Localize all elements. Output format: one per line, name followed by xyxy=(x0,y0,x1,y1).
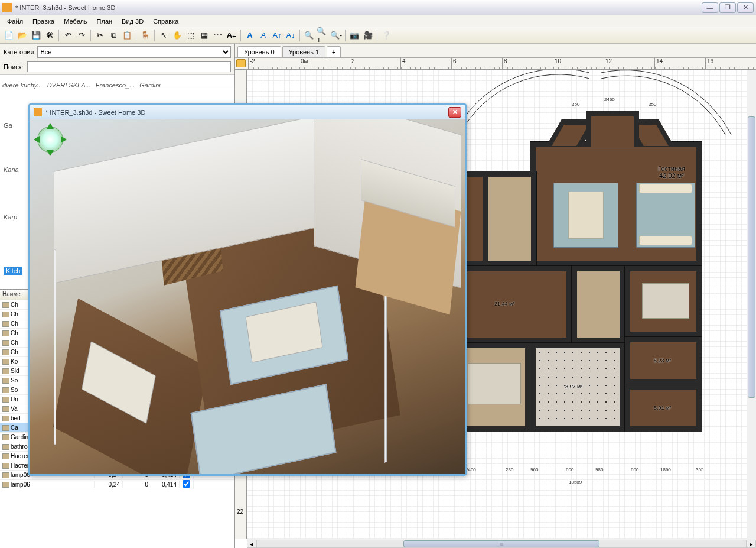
scrollbar-thumb[interactable]: III xyxy=(403,540,599,547)
3d-viewport[interactable] xyxy=(30,119,465,474)
ruler-tick: 4 xyxy=(400,58,451,69)
3d-nav-pad[interactable] xyxy=(34,123,67,156)
create-polyline-icon[interactable]: 〰 xyxy=(211,29,224,42)
3d-view-window[interactable]: * INTER_3.sh3d - Sweet Home 3D ✕ xyxy=(28,103,467,476)
sofa-bottom xyxy=(639,236,692,245)
room-5m[interactable]: 5,23 м² xyxy=(625,337,702,384)
text-italic-icon[interactable]: A xyxy=(257,29,270,42)
separator xyxy=(240,30,241,41)
minimize-button[interactable]: — xyxy=(702,2,718,13)
zoom-in-icon[interactable]: 🔍+ xyxy=(316,29,329,42)
select-icon[interactable]: ↖ xyxy=(157,29,170,42)
prefs-icon[interactable]: 🛠 xyxy=(43,29,56,42)
vertical-scrollbar[interactable] xyxy=(747,70,756,539)
menu-plan[interactable]: План xyxy=(92,17,118,26)
catalog-category-row: Категория Все xyxy=(0,44,234,60)
floorplan: Гостиная 42,02 м² xyxy=(454,95,708,449)
dim-label: 600 xyxy=(566,467,573,472)
ruler-tick: 8 xyxy=(502,58,553,69)
copy-icon[interactable]: ⧉ xyxy=(107,29,120,42)
room-21m[interactable]: 21,44 м² xyxy=(454,266,572,343)
help-icon[interactable]: ❔ xyxy=(380,29,393,42)
catalog-item[interactable]: Kana xyxy=(4,166,19,173)
room-hall[interactable] xyxy=(572,266,625,343)
menu-view3d[interactable]: Вид 3D xyxy=(117,17,148,26)
menu-help[interactable]: Справка xyxy=(148,17,183,26)
3d-titlebar[interactable]: * INTER_3.sh3d - Sweet Home 3D ✕ xyxy=(30,105,465,119)
create-walls-icon[interactable]: ⬚ xyxy=(184,29,197,42)
paste-icon[interactable]: 📋 xyxy=(120,29,133,42)
catalog-search-row: Поиск: xyxy=(0,60,234,74)
dining-table xyxy=(568,192,604,239)
table-row[interactable]: lamp060,2400,414 xyxy=(0,480,234,489)
level-tab-0[interactable]: Уровень 0 xyxy=(237,46,281,57)
room-bath[interactable]: 8,97 м² xyxy=(530,343,625,432)
scroll-right-icon[interactable]: ▸ xyxy=(747,540,756,548)
catalog-item-selected[interactable]: Kitch xyxy=(4,267,22,275)
search-input[interactable] xyxy=(27,61,231,72)
close-button[interactable]: ✕ xyxy=(737,2,754,13)
scrollbar-thumb[interactable] xyxy=(748,116,755,398)
text-dec-icon[interactable]: A↓ xyxy=(284,29,297,42)
scroll-left-icon[interactable]: ◂ xyxy=(247,540,256,548)
catalog-item[interactable]: Ga xyxy=(4,122,12,129)
catalog-tabs: dvere kuchy... DVERI SKLA... Francesco_.… xyxy=(0,74,234,89)
menu-edit[interactable]: Правка xyxy=(28,17,59,26)
window-title: * INTER_3.sh3d - Sweet Home 3D xyxy=(15,4,702,11)
ruler-tick: 0м xyxy=(299,58,350,69)
new-icon[interactable]: 📄 xyxy=(2,29,15,42)
bed-2 xyxy=(468,363,521,404)
ruler-tick: 12 xyxy=(604,58,654,69)
create-video-icon[interactable]: 🎥 xyxy=(361,29,374,42)
visible-checkbox[interactable] xyxy=(183,480,190,488)
separator xyxy=(154,30,155,41)
toolbar: 📄 📂 💾 🛠 ↶ ↷ ✂ ⧉ 📋 🪑 ↖ ✋ ⬚ ▦ 〰 A₊ A A A↑ … xyxy=(0,27,756,44)
room-5m2[interactable]: 5,91 м² xyxy=(625,384,702,432)
catalog-tab[interactable]: dvere kuchy... xyxy=(2,82,43,89)
level-add-button[interactable]: + xyxy=(327,46,341,57)
catalog-item[interactable]: Karp xyxy=(4,213,17,221)
ruler-tick: -2 xyxy=(248,58,299,69)
maximize-button[interactable]: ❐ xyxy=(719,2,736,13)
room-left-2[interactable] xyxy=(483,171,536,266)
scrollbar-track[interactable]: III xyxy=(256,540,747,548)
catalog-tab[interactable]: Gardini xyxy=(139,82,160,89)
catalog-tab[interactable]: Francesco_... xyxy=(96,82,135,89)
lock-base-plan-icon[interactable] xyxy=(236,59,246,67)
nav-down-icon[interactable] xyxy=(47,150,54,156)
create-room-icon[interactable]: ▦ xyxy=(198,29,211,42)
text-inc-icon[interactable]: A↑ xyxy=(271,29,284,42)
catalog-tab[interactable]: DVERI SKLA... xyxy=(47,82,91,89)
redo-icon[interactable]: ↷ xyxy=(75,29,88,42)
nav-right-icon[interactable] xyxy=(61,136,67,143)
add-furniture-icon[interactable]: 🪑 xyxy=(139,29,152,42)
dim-label: 350 xyxy=(572,102,579,107)
search-label: Поиск: xyxy=(4,63,24,70)
create-dims-icon[interactable]: A₊ xyxy=(225,29,238,42)
3d-close-button[interactable]: ✕ xyxy=(448,107,461,118)
horizontal-scrollbar[interactable]: ◂ III ▸ xyxy=(247,539,756,548)
nav-up-icon[interactable] xyxy=(47,123,54,129)
text-bold-icon[interactable]: A xyxy=(243,29,256,42)
category-select[interactable]: Все xyxy=(37,46,231,58)
pan-icon[interactable]: ✋ xyxy=(171,29,184,42)
3d-app-icon xyxy=(34,108,42,116)
open-icon[interactable]: 📂 xyxy=(16,29,29,42)
level-tab-1[interactable]: Уровень 1 xyxy=(282,46,326,57)
window-controls: — ❐ ✕ xyxy=(702,2,754,13)
menu-file[interactable]: Файл xyxy=(2,17,28,26)
level-tabs: Уровень 0 Уровень 1 + xyxy=(235,44,756,58)
category-label: Категория xyxy=(4,48,34,56)
create-photo-icon[interactable]: 📷 xyxy=(348,29,361,42)
zoom-out-icon[interactable]: 🔍- xyxy=(330,29,343,42)
room-living[interactable]: Гостиная 42,02 м² xyxy=(530,142,702,266)
separator xyxy=(377,30,377,41)
nav-left-icon[interactable] xyxy=(34,136,40,143)
save-icon[interactable]: 💾 xyxy=(30,29,43,42)
dim-label: 960 xyxy=(530,467,538,472)
undo-icon[interactable]: ↶ xyxy=(61,29,74,42)
room-8m[interactable]: 8,57 м² xyxy=(625,266,702,337)
cut-icon[interactable]: ✂ xyxy=(93,29,106,42)
import-bg-icon[interactable]: 🔍 xyxy=(302,29,315,42)
menu-furniture[interactable]: Мебель xyxy=(59,17,92,26)
